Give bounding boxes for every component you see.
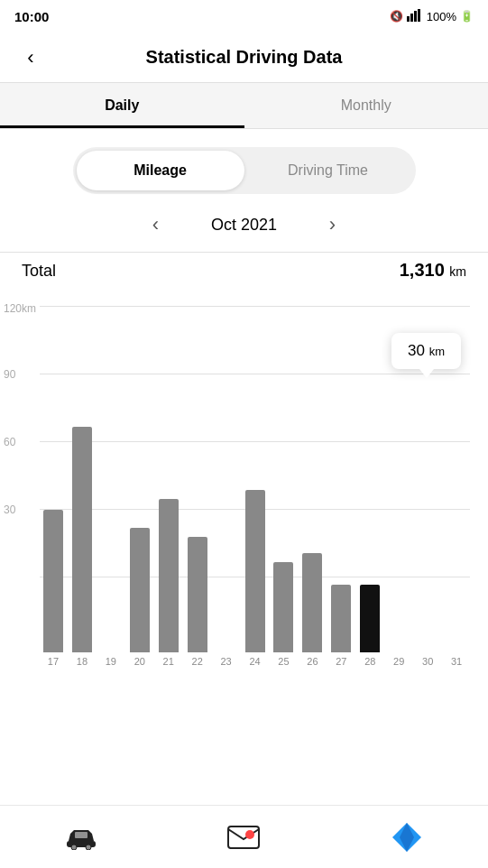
svg-point-6 <box>86 845 91 850</box>
battery-full-icon: 🔋 <box>460 10 474 23</box>
bar-col-23: 23 <box>213 306 240 667</box>
next-month-button[interactable]: › <box>317 208 349 241</box>
svg-rect-3 <box>418 9 420 22</box>
svg-rect-7 <box>75 832 87 838</box>
diamond-icon <box>391 821 423 854</box>
total-label: Total <box>22 262 56 281</box>
status-time: 10:00 <box>14 9 49 24</box>
bar-label-25: 25 <box>278 656 289 667</box>
bar-day-18[interactable] <box>72 427 92 652</box>
bar-day-25[interactable] <box>273 562 293 652</box>
tab-daily[interactable]: Daily <box>0 83 244 128</box>
bar-day-21[interactable] <box>159 499 179 652</box>
bar-day-27[interactable] <box>331 585 351 652</box>
bar-col-22: 22 <box>184 306 211 667</box>
month-nav: ‹ Oct 2021 › <box>0 208 488 241</box>
header: ‹ Statistical Driving Data <box>0 32 488 83</box>
bar-col-25: 25 <box>271 306 298 667</box>
page-title: Statistical Driving Data <box>47 47 441 68</box>
toggle-driving-time[interactable]: Driving Time <box>244 151 412 190</box>
bar-label-29: 29 <box>393 656 404 667</box>
svg-rect-8 <box>228 826 259 848</box>
toggle-container: Mileage Driving Time <box>0 147 488 194</box>
bar-label-21: 21 <box>163 656 174 667</box>
status-icons: 🔇 100% 🔋 <box>390 9 474 24</box>
battery-icon: 100% <box>427 10 456 23</box>
bar-label-17: 17 <box>48 656 59 667</box>
status-bar: 10:00 🔇 100% 🔋 <box>0 0 488 32</box>
bar-day-24[interactable] <box>245 490 265 652</box>
toggle-group: Mileage Driving Time <box>73 147 416 194</box>
chart-tooltip: 30 km <box>391 333 461 369</box>
tab-bar: Daily Monthly <box>0 83 488 129</box>
bar-label-18: 18 <box>77 656 87 667</box>
svg-rect-2 <box>414 11 417 22</box>
bar-day-20[interactable] <box>130 528 150 652</box>
mute-icon: 🔇 <box>390 10 403 23</box>
bar-label-19: 19 <box>106 656 116 667</box>
bar-col-20: 20 <box>126 306 153 667</box>
bar-label-30: 30 <box>422 656 433 667</box>
bar-col-21: 21 <box>155 306 182 667</box>
bar-col-28: 28 <box>356 306 383 667</box>
nav-diamond-button[interactable] <box>380 810 434 864</box>
prev-month-button[interactable]: ‹ <box>140 208 172 241</box>
total-row: Total 1,310 km <box>0 252 488 288</box>
bar-label-26: 26 <box>307 656 318 667</box>
bar-col-27: 27 <box>327 306 354 667</box>
bar-label-23: 23 <box>220 656 231 667</box>
bar-col-24: 24 <box>242 306 269 667</box>
car-icon <box>63 825 99 850</box>
bar-label-28: 28 <box>364 656 375 667</box>
bar-label-22: 22 <box>192 656 203 667</box>
notification-dot <box>245 830 254 839</box>
back-button[interactable]: ‹ <box>14 42 47 74</box>
toggle-mileage[interactable]: Mileage <box>77 151 244 190</box>
bar-label-31: 31 <box>451 656 462 667</box>
nav-car-button[interactable] <box>54 810 108 864</box>
bar-label-20: 20 <box>134 656 145 667</box>
current-month: Oct 2021 <box>199 216 290 235</box>
mail-icon <box>227 825 260 850</box>
bar-col-26: 26 <box>299 306 326 667</box>
svg-point-5 <box>71 845 77 850</box>
bottom-nav <box>0 805 488 868</box>
total-value: 1,310 km <box>400 260 466 281</box>
svg-rect-0 <box>407 16 410 22</box>
tab-monthly[interactable]: Monthly <box>244 83 489 128</box>
bar-col-17: 17 <box>40 306 67 667</box>
chart-area: 120km 90 60 30 1718192021222324252627282… <box>0 288 488 703</box>
nav-mail-button[interactable] <box>216 810 271 864</box>
y-label-90: 90 <box>4 368 15 381</box>
bar-day-17[interactable] <box>43 510 63 652</box>
bar-day-26[interactable] <box>302 553 322 652</box>
signal-icon <box>407 9 423 24</box>
y-label-60: 60 <box>4 436 15 448</box>
bar-col-19: 19 <box>97 306 124 667</box>
bar-col-18: 18 <box>69 306 96 667</box>
svg-rect-1 <box>410 14 413 22</box>
y-label-120: 120km <box>4 302 36 315</box>
bar-label-27: 27 <box>336 656 346 667</box>
bar-label-24: 24 <box>249 656 260 667</box>
bar-day-28[interactable] <box>360 585 380 652</box>
bar-day-22[interactable] <box>188 537 207 652</box>
y-label-30: 30 <box>4 503 15 516</box>
